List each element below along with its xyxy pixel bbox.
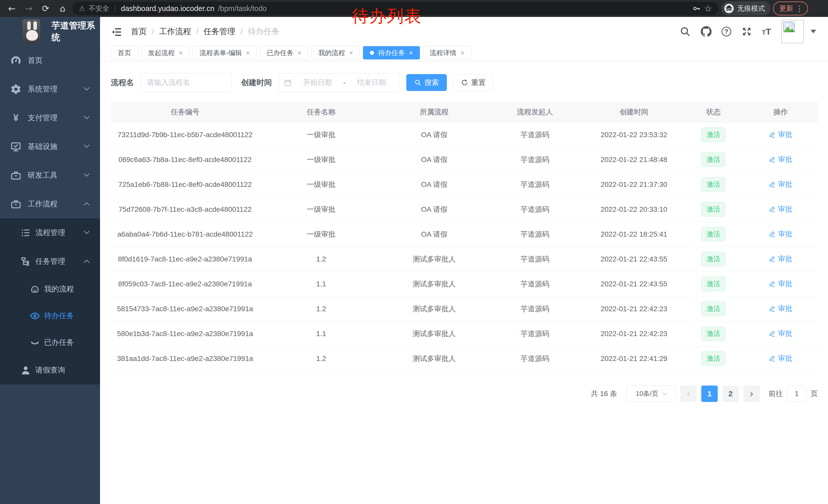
task-initiator: 芋道源码 xyxy=(486,222,585,246)
approve-link[interactable]: 审批 xyxy=(769,254,792,264)
sidebar-item-infrastructure[interactable]: 基础设施 xyxy=(0,132,100,161)
reload-icon[interactable]: ⟳ xyxy=(38,3,53,13)
tab-start-process[interactable]: 发起流程 × xyxy=(141,46,190,59)
start-date-placeholder[interactable]: 开始日期 xyxy=(295,78,340,87)
task-initiator: 芋道源码 xyxy=(486,147,585,172)
sidebar-item-done-tasks[interactable]: 已办任务 xyxy=(0,329,100,356)
tab-close-icon[interactable]: × xyxy=(349,49,353,57)
search-button[interactable]: 搜索 xyxy=(406,74,447,91)
eye-closed-icon xyxy=(30,337,40,348)
main-area: 首页 / 工作流程 / 任务管理 / 待办任务 ? TT 首页 发起流程 xyxy=(100,17,828,504)
sidebar-item-workflow[interactable]: 工作流程 xyxy=(0,190,100,218)
goto-page-input[interactable] xyxy=(787,385,806,402)
tab-close-icon[interactable]: × xyxy=(461,49,464,57)
tab-close-icon[interactable]: × xyxy=(246,49,250,57)
tab-home[interactable]: 首页 xyxy=(111,46,138,59)
sidebar-item-home[interactable]: 首页 xyxy=(0,46,100,75)
breadcrumb-item[interactable]: 任务管理 xyxy=(203,26,235,37)
approve-link[interactable]: 审批 xyxy=(769,354,792,363)
table-row: 580e1b3d-7ac8-11ec-a9e2-a2380e71991a 1.1… xyxy=(111,321,818,346)
process-name-input[interactable] xyxy=(140,73,232,92)
table-row: a6aba0a4-7b6d-11ec-b781-acde48001122 一级审… xyxy=(111,222,818,246)
tab-close-icon[interactable]: × xyxy=(409,49,413,57)
browser-update-button[interactable]: 更新 ⋮ xyxy=(773,2,808,15)
approve-link[interactable]: 审批 xyxy=(769,154,792,164)
url-path: /bpm/task/todo xyxy=(218,4,267,13)
forward-icon[interactable]: → xyxy=(22,3,36,13)
table-row: 8f059c03-7ac8-11ec-a9e2-a2380e71991a 1.1… xyxy=(111,272,818,296)
task-initiator: 芋道源码 xyxy=(486,346,585,371)
sidebar-item-system[interactable]: 系统管理 xyxy=(0,75,100,103)
approve-link[interactable]: 审批 xyxy=(769,229,792,239)
breadcrumb: 首页 / 工作流程 / 任务管理 / 待办任务 xyxy=(131,26,280,37)
date-range-input[interactable]: 开始日期 - 结束日期 xyxy=(279,73,399,92)
task-id: 8f0d1619-7ac8-11ec-a9e2-a2380e71991a xyxy=(111,246,259,272)
chevron-up-icon xyxy=(84,202,90,208)
approve-link[interactable]: 审批 xyxy=(769,204,792,214)
tab-close-icon[interactable]: × xyxy=(179,49,182,57)
gear-icon xyxy=(10,84,22,94)
chevron-down-icon xyxy=(84,113,90,120)
sidebar-item-payment[interactable]: ¥ 支付管理 xyxy=(0,103,100,132)
sidebar-item-todo-tasks[interactable]: 待办任务 xyxy=(0,303,100,329)
tab-close-icon[interactable]: × xyxy=(297,49,301,57)
sidebar-item-label: 支付管理 xyxy=(28,113,57,123)
approve-link[interactable]: 审批 xyxy=(769,279,792,289)
task-created: 2022-01-21 22:43:55 xyxy=(584,272,683,296)
sidebar-collapse-icon[interactable] xyxy=(111,27,122,37)
task-process: 测试多审批人 xyxy=(383,296,486,321)
page-2-button[interactable]: 2 xyxy=(722,385,739,402)
end-date-placeholder[interactable]: 结束日期 xyxy=(349,78,394,87)
breadcrumb-item[interactable]: 工作流程 xyxy=(159,26,191,37)
status-badge: 激活 xyxy=(701,302,726,316)
table-row: 725a1eb6-7b88-11ec-8ef0-acde48001122 一级审… xyxy=(111,172,818,197)
breadcrumb-current: 待办任务 xyxy=(248,26,280,37)
sidebar-item-devtools[interactable]: 研发工具 xyxy=(0,161,100,190)
security-warning-icon: ⚠ xyxy=(79,5,85,12)
font-size-icon[interactable]: TT xyxy=(762,27,771,37)
home-icon[interactable]: ⌂ xyxy=(55,3,70,13)
tab-form-edit[interactable]: 流程表单-编辑 × xyxy=(193,46,257,59)
next-page-button[interactable]: › xyxy=(743,385,760,402)
page-1-button[interactable]: 1 xyxy=(701,385,718,402)
approve-link[interactable]: 审批 xyxy=(769,304,792,314)
tab-process-detail[interactable]: 流程详情 × xyxy=(423,46,471,59)
search-icon[interactable] xyxy=(679,26,691,37)
status-badge: 激活 xyxy=(701,277,726,291)
approve-link[interactable]: 审批 xyxy=(769,179,792,189)
tab-todo-tasks[interactable]: 待办任务 × xyxy=(363,46,420,59)
approve-link[interactable]: 审批 xyxy=(769,329,792,338)
status-badge: 激活 xyxy=(701,326,726,341)
breadcrumb-item[interactable]: 首页 xyxy=(131,26,147,37)
key-icon[interactable] xyxy=(692,4,701,13)
avatar[interactable] xyxy=(781,20,804,43)
page-size-select[interactable]: 10条/页 xyxy=(626,385,676,402)
task-id: 8f059c03-7ac8-11ec-a9e2-a2380e71991a xyxy=(111,272,259,296)
sidebar-item-process-management[interactable]: 流程管理 xyxy=(0,218,100,247)
tab-bar: 首页 发起流程 × 流程表单-编辑 × 已办任务 × 我的流程 × 待办任务 ×… xyxy=(100,46,828,61)
tab-done-tasks[interactable]: 已办任务 × xyxy=(260,46,308,59)
avatar-caret-icon[interactable] xyxy=(811,30,816,33)
todo-task-table: 任务编号 任务名称 所属流程 流程发起人 创建时间 状态 操作 73211d9d… xyxy=(111,102,818,371)
sidebar-item-label: 已办任务 xyxy=(44,337,74,348)
approve-link[interactable]: 审批 xyxy=(769,130,792,139)
col-task-name: 任务名称 xyxy=(259,102,383,122)
bookmark-star-icon[interactable]: ☆ xyxy=(704,3,712,13)
reset-button[interactable]: 重置 xyxy=(453,74,494,91)
prev-page-button[interactable]: ‹ xyxy=(680,385,697,402)
tab-my-process[interactable]: 我的流程 × xyxy=(312,46,360,59)
browser-menu-icon[interactable]: ⋮ xyxy=(796,4,803,13)
task-created: 2022-01-22 23:53:32 xyxy=(584,122,683,147)
table-row: 75d72608-7b7f-11ec-a3c8-acde48001122 一级审… xyxy=(111,197,818,222)
fullscreen-icon[interactable] xyxy=(741,26,752,37)
github-icon[interactable] xyxy=(701,26,712,37)
sidebar-item-task-management[interactable]: 任务管理 xyxy=(0,247,100,276)
help-icon[interactable]: ? xyxy=(721,27,731,36)
back-icon[interactable]: ← xyxy=(5,3,19,13)
update-label: 更新 xyxy=(779,4,793,13)
sidebar-item-leave-query[interactable]: 请假查询 xyxy=(0,356,100,384)
tab-label: 流程详情 xyxy=(430,48,457,57)
sidebar-item-label: 首页 xyxy=(28,55,43,65)
sidebar-item-my-process[interactable]: 我的流程 xyxy=(0,276,100,303)
address-bar[interactable]: ⚠ 不安全 dashboard.yudao.iocoder.cn/bpm/tas… xyxy=(72,2,719,15)
